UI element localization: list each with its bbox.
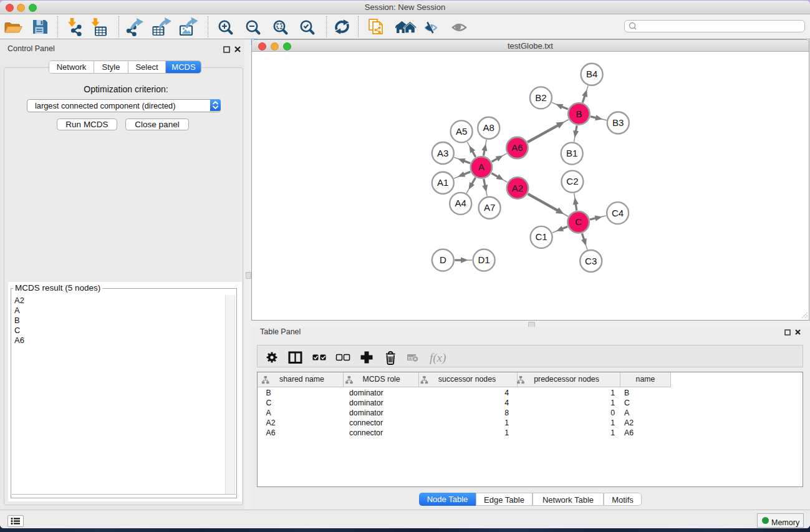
svg-text:B3: B3 xyxy=(612,117,624,128)
svg-text:A1: A1 xyxy=(437,177,448,188)
svg-text:A7: A7 xyxy=(484,202,495,213)
svg-text:C: C xyxy=(575,216,582,227)
svg-text:C1: C1 xyxy=(536,231,547,242)
svg-text:B: B xyxy=(576,109,582,119)
svg-text:B1: B1 xyxy=(566,148,577,158)
svg-text:B4: B4 xyxy=(586,69,597,79)
svg-text:C3: C3 xyxy=(585,256,597,266)
svg-text:D: D xyxy=(440,254,446,265)
svg-text:A3: A3 xyxy=(437,148,448,158)
svg-text:A8: A8 xyxy=(483,122,494,133)
svg-text:A2: A2 xyxy=(512,183,523,193)
svg-text:f(x): f(x) xyxy=(430,351,446,365)
svg-text:C4: C4 xyxy=(612,208,624,218)
svg-text:A: A xyxy=(478,162,485,172)
svg-text:B2: B2 xyxy=(535,92,546,103)
svg-text:D1: D1 xyxy=(478,254,490,265)
svg-text:C2: C2 xyxy=(566,176,578,186)
svg-text:A6: A6 xyxy=(511,142,523,153)
svg-text:A5: A5 xyxy=(456,126,467,137)
svg-text:A4: A4 xyxy=(455,198,466,208)
